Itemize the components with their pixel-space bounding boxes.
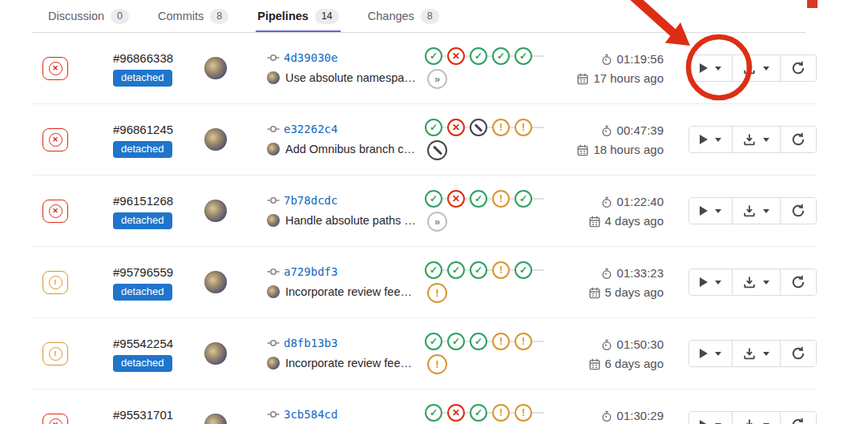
tab-item[interactable]: Changes 8 xyxy=(366,0,441,32)
commit-message-link[interactable]: Use absolute namespa… xyxy=(285,71,416,84)
stage-icon-success[interactable]: ✓ xyxy=(470,261,487,279)
stage-icon-success[interactable]: ✓ xyxy=(470,404,487,422)
commit-sha-link[interactable]: d8fb13b3 xyxy=(284,337,337,349)
stage-icon-success[interactable]: ✓ xyxy=(470,333,487,350)
download-icon xyxy=(743,347,756,360)
stage-icon-success[interactable]: ✓ xyxy=(492,47,510,65)
stage-icon-success[interactable]: ✓ xyxy=(470,190,487,208)
user-avatar[interactable] xyxy=(204,342,227,365)
pipeline-status-icon[interactable]: ✕ xyxy=(42,128,68,151)
commit-author-avatar[interactable] xyxy=(267,143,280,155)
commit-sha-link[interactable]: 7b78dcdc xyxy=(284,194,337,207)
pipeline-id-link[interactable]: #95542254 xyxy=(113,336,200,351)
retry-pipeline-button[interactable] xyxy=(780,341,816,366)
stage-icon-warning[interactable]: ! xyxy=(427,283,447,303)
commit-message-link[interactable]: Incorporate review fee… xyxy=(285,285,412,298)
artifacts-dropdown-button[interactable] xyxy=(732,127,780,152)
stage-icon-warning[interactable]: ! xyxy=(492,333,510,350)
stage-icon-warning[interactable]: ! xyxy=(515,404,532,422)
duration-text: 01:50:30 xyxy=(617,337,664,352)
commit-author-avatar[interactable] xyxy=(267,285,280,298)
commit-author-avatar[interactable] xyxy=(267,214,280,227)
stage-icon-success[interactable]: ✓ xyxy=(515,261,532,279)
pipeline-row: ✕ #96866338 detached 4d39030e Use absolu… xyxy=(32,33,817,104)
retry-pipeline-button[interactable] xyxy=(780,198,816,224)
pipeline-age: 5 days ago xyxy=(589,285,664,300)
manual-actions-dropdown-button[interactable] xyxy=(689,341,732,366)
artifacts-dropdown-button[interactable] xyxy=(732,412,780,424)
commit-sha-link[interactable]: 4d39030e xyxy=(284,51,337,64)
manual-actions-dropdown-button[interactable] xyxy=(689,55,732,81)
stage-icon-warning[interactable]: ! xyxy=(427,354,447,374)
pipeline-id-link[interactable]: #95531701 xyxy=(113,407,200,422)
stage-icon-success[interactable]: ✓ xyxy=(425,190,442,208)
user-avatar[interactable] xyxy=(204,271,227,293)
pipeline-id-link[interactable]: #95796559 xyxy=(113,264,200,280)
stage-icon-skipped[interactable] xyxy=(427,140,447,160)
retry-pipeline-button[interactable] xyxy=(780,412,816,424)
pipeline-mini-graph-extra xyxy=(427,140,553,160)
pipeline-status-icon[interactable]: ✕ xyxy=(42,200,68,223)
stage-icon-failed[interactable]: ✕ xyxy=(447,190,465,208)
stage-icon-success[interactable]: ✓ xyxy=(470,47,487,65)
stage-icon-success[interactable]: ✓ xyxy=(425,404,442,422)
artifacts-dropdown-button[interactable] xyxy=(732,269,780,295)
stage-icon-success[interactable]: ✓ xyxy=(425,119,442,136)
tab-item[interactable]: Commits 8 xyxy=(156,0,230,32)
pipeline-status-icon[interactable]: ✕ xyxy=(42,414,68,424)
commit-message-link[interactable]: Incorporate review fee… xyxy=(285,357,412,369)
commit-sha-link[interactable]: e32262c4 xyxy=(284,123,337,135)
user-avatar[interactable] xyxy=(204,57,227,79)
pipeline-actions-group xyxy=(688,340,817,367)
stage-icon-failed[interactable]: ✕ xyxy=(447,404,465,422)
stage-icon-success[interactable]: ✓ xyxy=(447,261,465,279)
stage-icon-success[interactable]: ✓ xyxy=(515,190,532,208)
stage-icon-warning[interactable]: ! xyxy=(492,404,510,422)
pipeline-status-icon[interactable]: ! xyxy=(42,342,68,365)
stage-icon-success[interactable]: ✓ xyxy=(447,333,465,350)
stage-icon-warning[interactable]: ! xyxy=(492,190,510,208)
manual-actions-dropdown-button[interactable] xyxy=(689,412,732,424)
commit-author-avatar[interactable] xyxy=(267,71,280,84)
stage-icon-skipped[interactable] xyxy=(470,119,487,136)
retry-pipeline-button[interactable] xyxy=(780,127,816,152)
retry-pipeline-button[interactable] xyxy=(780,55,816,81)
stage-icon-failed[interactable]: ✕ xyxy=(447,47,465,65)
pipeline-id-link[interactable]: #96866338 xyxy=(113,50,200,66)
commit-sha-link[interactable]: 3cb584cd xyxy=(284,408,337,421)
commit-message-link[interactable]: Handle absolute paths … xyxy=(285,214,416,227)
stage-icon-success[interactable]: ✓ xyxy=(425,47,442,65)
retry-pipeline-button[interactable] xyxy=(780,269,816,295)
artifacts-dropdown-button[interactable] xyxy=(732,55,780,81)
pipeline-status-icon[interactable]: ! xyxy=(42,271,68,294)
commit-sha-link[interactable]: a729bdf3 xyxy=(284,265,337,278)
manual-actions-dropdown-button[interactable] xyxy=(689,198,732,224)
stage-connector xyxy=(532,269,544,271)
tab-item[interactable]: Pipelines 14 xyxy=(256,0,341,32)
manual-actions-dropdown-button[interactable] xyxy=(689,269,732,295)
stage-icon-expand[interactable]: » xyxy=(427,212,447,232)
commit-message-link[interactable]: Add Omnibus branch c… xyxy=(285,143,415,155)
stage-icon-success[interactable]: ✓ xyxy=(515,47,532,65)
stage-icon-warning[interactable]: ! xyxy=(515,333,532,350)
stage-icon-expand[interactable]: » xyxy=(427,69,447,89)
stage-icon-success[interactable]: ✓ xyxy=(425,261,442,279)
artifacts-dropdown-button[interactable] xyxy=(732,341,780,366)
commit-author-avatar[interactable] xyxy=(267,357,280,369)
chevron-down-icon xyxy=(763,352,769,356)
pipeline-id-link[interactable]: #96151268 xyxy=(113,193,200,208)
stage-icon-warning[interactable]: ! xyxy=(492,119,510,136)
pipeline-id-link[interactable]: #96861245 xyxy=(113,122,200,137)
stage-icon-failed[interactable]: ✕ xyxy=(447,119,465,136)
manual-actions-dropdown-button[interactable] xyxy=(689,127,732,152)
user-avatar[interactable] xyxy=(204,414,227,424)
stage-icon-warning[interactable]: ! xyxy=(515,119,532,136)
artifacts-dropdown-button[interactable] xyxy=(732,198,780,224)
stage-icon-success[interactable]: ✓ xyxy=(425,333,442,350)
pipeline-actions-group xyxy=(688,269,817,296)
user-avatar[interactable] xyxy=(204,200,227,222)
stage-icon-warning[interactable]: ! xyxy=(492,261,510,279)
tab-item[interactable]: Discussion 0 xyxy=(46,0,131,32)
pipeline-status-icon[interactable]: ✕ xyxy=(42,57,68,80)
user-avatar[interactable] xyxy=(204,128,227,151)
